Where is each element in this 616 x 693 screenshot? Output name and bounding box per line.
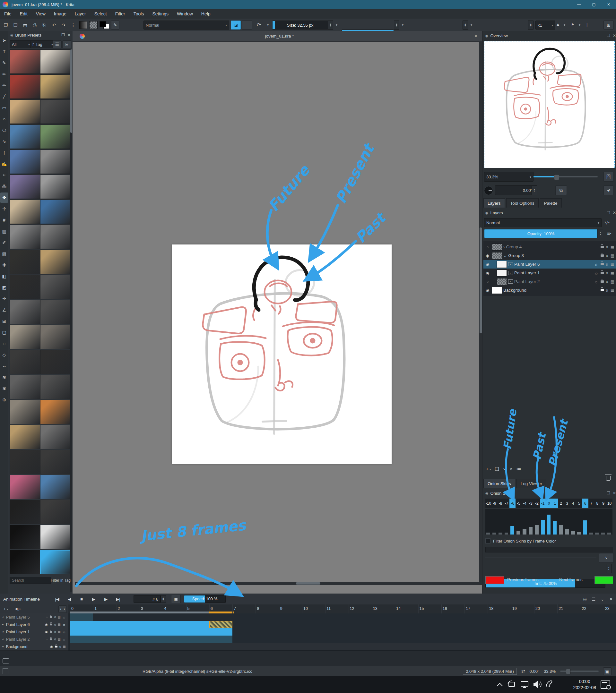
stop-button[interactable]: ■	[77, 595, 86, 603]
frame-cell[interactable]	[418, 628, 442, 636]
close-icon[interactable]: ✕	[613, 211, 616, 215]
rotation-spinner[interactable]: ▲▼	[532, 185, 537, 195]
preserve-alpha-button[interactable]	[242, 21, 252, 29]
layer-row-group-3[interactable]: ◉⌄Group 3α▦	[483, 251, 616, 260]
skip-to-start-button[interactable]: |◀	[53, 595, 62, 603]
brush-preset-tile[interactable]	[40, 375, 71, 399]
frame-cell[interactable]	[255, 628, 279, 636]
frame-cell[interactable]	[441, 621, 465, 628]
onion-opacity-bar[interactable]	[499, 533, 502, 535]
brush-preset-tile[interactable]	[40, 475, 71, 499]
move-layer-up-icon[interactable]: ˄	[510, 466, 513, 472]
overview-thumbnail[interactable]	[484, 41, 615, 168]
v-scrollbar[interactable]	[479, 41, 482, 585]
frame-cell[interactable]	[70, 613, 93, 621]
frame-cell[interactable]	[70, 643, 93, 650]
inherit-alpha-icon[interactable]: ▦	[58, 630, 61, 634]
alpha-icon[interactable]: α	[54, 637, 56, 641]
frame-cell[interactable]	[186, 628, 210, 636]
visibility-icon[interactable]: ◉	[483, 288, 492, 293]
brush-preset-tile[interactable]	[9, 350, 40, 374]
frame-cell[interactable]	[395, 643, 418, 650]
frame-cell[interactable]	[117, 613, 140, 621]
brush-size-slider[interactable]: Size: 32.55 px	[272, 21, 328, 29]
frame-ruler[interactable]: 01234567891011121314151617181920212223	[69, 605, 616, 613]
brush-preset-tile[interactable]	[9, 475, 40, 499]
frame-cell[interactable]	[93, 628, 117, 636]
enclose-fill-tool[interactable]: ◩	[0, 282, 8, 293]
frame-cell[interactable]	[232, 613, 256, 621]
close-icon[interactable]: ✕	[68, 33, 71, 37]
frame-track[interactable]	[69, 628, 616, 636]
brush-preset-tile[interactable]	[40, 325, 71, 349]
overview-fit-icon[interactable]: 回	[603, 172, 614, 182]
lock-icon[interactable]	[50, 624, 52, 626]
h-scrollbar[interactable]: ◂	[75, 582, 480, 585]
alpha-icon[interactable]: α	[606, 279, 608, 284]
frame-cell[interactable]	[557, 613, 581, 621]
visibility-icon[interactable]: ○	[483, 245, 492, 249]
opacity-spinner[interactable]: ▲▼	[394, 21, 399, 29]
redo-icon[interactable]: ↷	[60, 21, 68, 29]
pattern-tool[interactable]: ▨	[0, 249, 8, 259]
frame-cell[interactable]	[372, 643, 395, 650]
layer-row-group-4[interactable]: ○›Group 4α▦	[483, 242, 616, 251]
close-icon[interactable]: ✕	[613, 491, 616, 495]
visibility-icon[interactable]: ◉	[45, 630, 48, 634]
open-document-icon[interactable]: ❒	[12, 21, 19, 29]
frame-cell[interactable]	[302, 613, 326, 621]
frame-cell[interactable]	[232, 643, 255, 650]
frame-cell[interactable]	[325, 621, 349, 628]
line-tool[interactable]: ╱	[0, 92, 8, 102]
inherit-alpha-icon[interactable]: ▦	[63, 645, 66, 648]
layer-options-icon[interactable]: ≡▾	[605, 229, 614, 237]
fg-bg-colors[interactable]	[99, 21, 109, 29]
document-close-icon[interactable]: ✕	[474, 34, 478, 39]
frame-cell[interactable]	[232, 621, 256, 628]
frame-cell[interactable]	[511, 643, 534, 650]
frame-cell[interactable]	[163, 643, 186, 650]
layer-filter-icon[interactable]: ▽▾	[601, 218, 613, 226]
inherit-alpha-icon[interactable]: ▦	[611, 254, 614, 258]
brush-preset-tile[interactable]	[9, 450, 40, 474]
frame-cell[interactable]	[186, 636, 210, 643]
onion-opacity-bar[interactable]	[486, 533, 490, 535]
rectangle-tool[interactable]: ▭	[0, 103, 8, 113]
onion-frame-4[interactable]: 4	[570, 499, 577, 508]
frame-cell[interactable]	[302, 636, 326, 643]
onion-opacity-bar[interactable]	[607, 533, 611, 535]
frame-cell[interactable]	[325, 628, 349, 636]
frame-cell[interactable]	[93, 636, 117, 643]
zoom-reset-icon[interactable]: ▣	[603, 667, 612, 675]
frame-cell[interactable]	[209, 636, 233, 643]
frame-cell[interactable]	[372, 621, 395, 628]
menu-image[interactable]: Image	[50, 9, 71, 19]
frame-cell[interactable]	[163, 636, 186, 643]
frame-cell[interactable]	[487, 636, 511, 643]
layer-opacity-spinner[interactable]: ▲▼	[598, 229, 603, 238]
image-size-label[interactable]: 2,048 x 2,048 (299.4 MiB)	[463, 668, 517, 675]
speed-slider[interactable]: Speed: 100 %	[184, 595, 226, 603]
onion-frame--10[interactable]: -10	[485, 499, 492, 508]
opacity-dropdown-arrow[interactable]: ▾	[402, 23, 404, 27]
onion-opacity-bar[interactable]	[589, 533, 593, 535]
frame-cell[interactable]	[604, 621, 616, 628]
brush-preset-tile[interactable]	[40, 124, 71, 149]
frame-cell[interactable]	[557, 636, 581, 643]
onion-frame--3[interactable]: -3	[528, 499, 534, 508]
lock-icon[interactable]	[601, 263, 604, 265]
onion-toggle-icon[interactable]: ▣	[171, 595, 181, 603]
frame-cell[interactable]	[418, 643, 441, 650]
frame-cell[interactable]	[372, 628, 395, 636]
brush-preset-tile[interactable]	[40, 300, 71, 324]
brush-preset-tile[interactable]	[40, 150, 71, 174]
mirror-horizontal-arrow[interactable]: ▾	[579, 23, 580, 27]
onion-opacity-bar[interactable]	[577, 532, 581, 535]
layer-opacity-slider[interactable]: Opacity: 100%	[484, 229, 598, 238]
timeline-row-paint-layer-6[interactable]: ➤Paint Layer 6◉α▦☼	[0, 621, 616, 628]
brush-preset-tile[interactable]	[40, 450, 71, 474]
frame-track[interactable]	[69, 621, 616, 629]
frame-cell[interactable]	[349, 613, 372, 621]
layer-row-paint-layer-2[interactable]: ○▸Paint Layer 2☼α▦	[483, 277, 616, 286]
tint-spinner[interactable]: ▲▼	[606, 564, 612, 573]
